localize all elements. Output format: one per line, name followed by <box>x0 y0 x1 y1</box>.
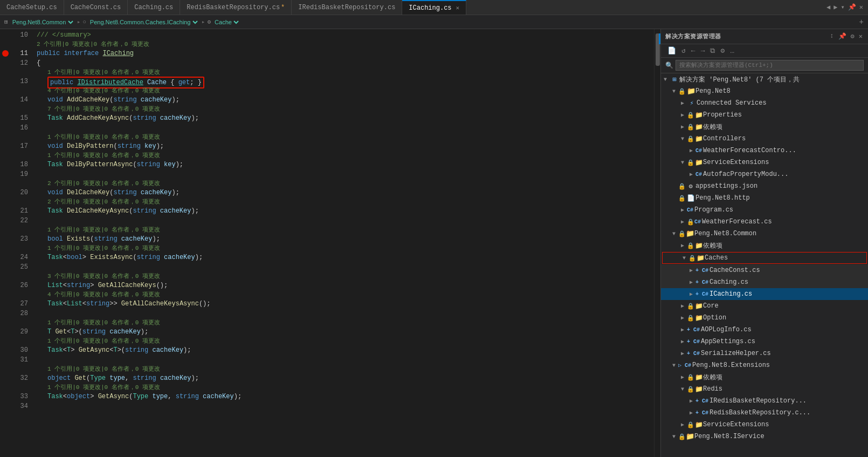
deps1-arrow: ▶ <box>678 124 687 130</box>
tree-item-deps3[interactable]: ▶ 🔒 📁 依赖项 <box>661 371 868 383</box>
breadcrumb-icon2: ○ <box>82 19 86 25</box>
icaching-arrow: ▶ <box>687 291 695 297</box>
toolbar-icon-4[interactable]: → <box>699 46 707 56</box>
tree-item-appsettings[interactable]: 🔒 ⚙ appsettings.json <box>661 180 868 192</box>
code-lines[interactable]: /// </summary> 2 个引用|0 项更改|0 名作者，0 项更改 p… <box>31 29 654 457</box>
tree-item-serializehelper[interactable]: ▶ + C# SerializeHelper.cs <box>661 347 868 359</box>
tree-item-deps1[interactable]: ▶ 🔒 📁 依赖项 <box>661 121 868 133</box>
code-line-25 <box>37 262 654 272</box>
tree-item-serviceext[interactable]: ▼ 🔒 📁 ServiceExtensions <box>661 156 868 168</box>
tree-item-autofac[interactable]: ▶ C# AutofacPropertyModu... <box>661 168 868 180</box>
tab-prev-icon[interactable]: ◀ <box>825 3 832 11</box>
breadcrumb-project-select[interactable]: Peng.Net8.Common <box>10 18 75 26</box>
tab-redisbasket-modified: * <box>281 4 285 11</box>
tree-item-properties[interactable]: ▶ 🔒 📁 Properties <box>661 109 868 121</box>
tree-item-caching-tree[interactable]: ▶ + C# Caching.cs <box>661 276 868 288</box>
tab-pin-icon[interactable]: 📌 <box>846 3 858 11</box>
tab-cachesetup[interactable]: CacheSetup.cs <box>0 0 64 15</box>
tree-item-redis[interactable]: ▼ 🔒 📁 Redis <box>661 383 868 395</box>
tab-close-all-icon[interactable]: ✕ <box>858 3 865 11</box>
sidebar-pin-icon[interactable]: 📌 <box>837 31 848 42</box>
redis-lock-icon: 🔒 <box>687 386 694 393</box>
extensions-label: Peng.Net8.Extensions <box>692 361 770 369</box>
code-content[interactable]: 10 11 12 13 14 15 16 17 18 19 <box>0 29 660 457</box>
tree-item-iredis[interactable]: ▶ + C# IRedisBasketRepository... <box>661 395 868 407</box>
option-folder-icon: 📁 <box>694 314 703 322</box>
tree-item-peng-iservice[interactable]: ▼ 🔒 📁 Peng.Net8.IService <box>661 431 868 442</box>
tab-iredisbasket[interactable]: IRedisBasketRepository.cs <box>292 0 402 15</box>
tree-item-program[interactable]: ▶ C# Program.cs <box>661 204 868 216</box>
tree[interactable]: ▼ ⊞ 解决方案 'Peng.Net8' (7 个项目，共 ▼ 🔒 📁 Peng… <box>661 73 868 457</box>
breadcrumb-member-select[interactable]: Cache <box>212 18 240 26</box>
wf-lock-icon: 🔒 <box>687 219 694 226</box>
caches-folder-icon: 📁 <box>696 254 705 262</box>
aoplog-arrow: ▶ <box>678 326 687 333</box>
toolbar-icon-2[interactable]: ↺ <box>679 45 688 56</box>
sidebar-close-icon[interactable]: ✕ <box>858 31 864 42</box>
tree-item-serviceext2[interactable]: ▶ 🔒 📁 ServiceExtensions <box>661 419 868 431</box>
toolbar-icon-1[interactable]: 📄 <box>665 45 678 56</box>
tree-item-icaching-tree[interactable]: ▶ + C# ICaching.cs <box>661 288 868 300</box>
tree-item-caches[interactable]: ▼ 🔒 📁 Caches <box>662 252 867 264</box>
tree-item-controllers[interactable]: ▼ 🔒 📁 Controllers <box>661 133 868 145</box>
peng-common-lock-icon: 🔒 <box>678 230 686 237</box>
tab-icaching-close[interactable]: ✕ <box>456 4 460 11</box>
hint-before-26: 3 个引用|0 项更改|0 名作者，0 项更改 <box>37 272 654 281</box>
toolbar-icon-6[interactable]: ⚙ <box>718 45 727 56</box>
code-line-11: public interface ICaching <box>37 49 654 58</box>
deps2-label: 依赖项 <box>703 241 722 250</box>
search-input[interactable] <box>676 60 864 71</box>
tab-caching[interactable]: Caching.cs <box>128 0 180 15</box>
tree-item-weatherforecast-cs[interactable]: ▶ 🔒 C# WeatherForecast.cs <box>661 216 868 228</box>
tab-cacheconst[interactable]: CacheConst.cs <box>64 0 128 15</box>
tab-icaching[interactable]: ICaching.cs ✕ <box>402 0 466 15</box>
tab-iredisbasket-label: IRedisBasketRepository.cs <box>298 4 395 11</box>
code-line-19 <box>37 169 654 179</box>
redis-folder-icon: 📁 <box>694 385 703 393</box>
sidebar-settings-icon[interactable]: ⚙ <box>850 31 856 42</box>
tree-item-redisbasketrepo[interactable]: ▶ + C# RedisBasketRepository.c... <box>661 407 868 419</box>
core-lock-icon: 🔒 <box>687 303 694 310</box>
breadcrumb-add-icon[interactable]: + <box>859 18 864 26</box>
caches-arrow: ▼ <box>680 255 688 261</box>
wfc-cs-icon: C# <box>695 148 702 154</box>
sidebar: 解决方案资源管理器 ↕ 📌 ⚙ ✕ 📄 ↺ ← → ⧉ ⚙ … <box>660 29 868 457</box>
appsettings-lock-icon: 🔒 <box>678 183 686 190</box>
option-label: Option <box>703 314 726 322</box>
sidebar-sync-icon[interactable]: ↕ <box>829 31 835 42</box>
tree-item-option[interactable]: ▶ 🔒 📁 Option <box>661 312 868 324</box>
tree-item-peng-net8[interactable]: ▼ 🔒 📁 Peng.Net8 <box>661 85 868 97</box>
serviceext-folder-icon: 📁 <box>694 159 703 167</box>
hint-before-17: 1 个引用|0 项更改|0 名作者，0 项更改 <box>37 133 654 141</box>
tree-item-peng-extensions[interactable]: ▼ ▷ C# Peng.Net8.Extensions <box>661 359 868 371</box>
tree-item-solution[interactable]: ▼ ⊞ 解决方案 'Peng.Net8' (7 个项目，共 <box>661 73 868 85</box>
tree-item-weatherforecast-ctrl[interactable]: ▶ C# WeatherForecastContro... <box>661 145 868 156</box>
peng-net8-folder-icon: 📁 <box>687 87 695 96</box>
tree-item-connected-services[interactable]: ▶ ⚡ Connected Services <box>661 97 868 109</box>
tree-item-cacheconst[interactable]: ▶ + C# CacheConst.cs <box>661 264 868 276</box>
hint-after-14: 7 个引用|0 项更改|0 名作者，0 项更改 <box>37 105 654 113</box>
tree-item-deps2[interactable]: ▶ 🔒 📁 依赖项 <box>661 240 868 251</box>
code-line-13: public IDistributedCache Cache { get; } <box>37 77 654 86</box>
tab-next-icon[interactable]: ▶ <box>832 3 839 11</box>
tab-cachesetup-label: CacheSetup.cs <box>6 4 57 11</box>
tree-item-http[interactable]: 🔒 📄 Peng.Net8.http <box>661 192 868 204</box>
toolbar-icon-3[interactable]: ← <box>689 46 698 56</box>
tree-item-peng-common[interactable]: ▼ 🔒 📁 Peng.Net8.Common <box>661 228 868 240</box>
tree-item-appsettings-cs[interactable]: ▶ + C# AppSettings.cs <box>661 336 868 347</box>
breadcrumb-class-select[interactable]: Peng.Net8.Common.Caches.ICaching <box>88 18 199 26</box>
toolbar-icon-7[interactable]: … <box>728 46 736 56</box>
aoplog-label: AOPLogInfo.cs <box>701 326 752 333</box>
controllers-label: Controllers <box>703 135 746 142</box>
hint-after-29: 1 个引用|0 项更改|0 名作者，0 项更改 <box>37 337 654 345</box>
extensions-cs-icon: ▷ C# <box>678 362 691 369</box>
v-scrollbar[interactable] <box>654 29 660 457</box>
tree-item-core[interactable]: ▶ 🔒 📁 Core <box>661 300 868 312</box>
hint-after-26: 4 个引用|0 项更改|0 名作者，0 项更改 <box>37 290 654 299</box>
toolbar-icon-5[interactable]: ⧉ <box>708 46 717 56</box>
main-layout: 10 11 12 13 14 15 16 17 18 19 <box>0 29 868 457</box>
tab-redisbasket[interactable]: RedisBasketRepository.cs* <box>180 0 292 15</box>
tab-menu-icon[interactable]: ▾ <box>839 3 846 11</box>
tree-item-aoplog[interactable]: ▶ + C# AOPLogInfo.cs <box>661 324 868 336</box>
code-line-24: Task<bool> ExistsAsync(string cacheKey); <box>37 253 654 262</box>
